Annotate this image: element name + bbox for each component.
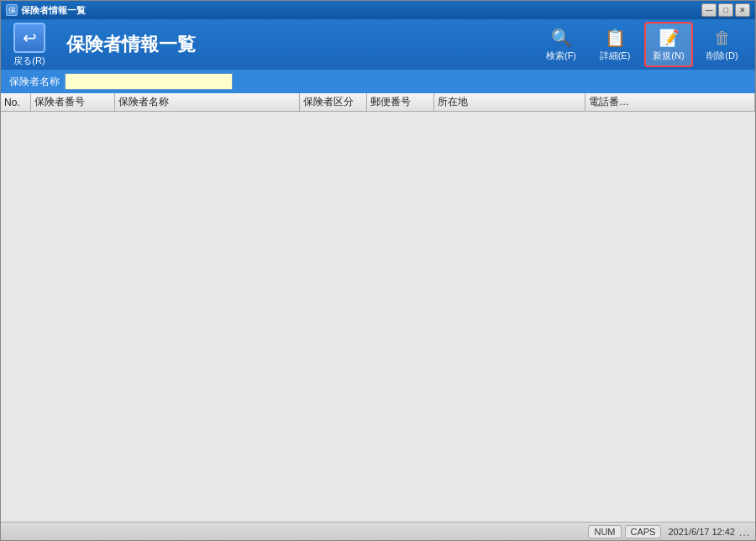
new-button-label: 新規(N) [653, 50, 684, 62]
col-header-type: 保険者区分 [300, 93, 367, 111]
title-bar-text: 保険者情報一覧 [21, 4, 86, 17]
col-header-no: No. [1, 93, 31, 111]
search-button[interactable]: 🔍 検索(F) [537, 24, 585, 66]
status-bar: NUM CAPS 2021/6/17 12:42 … [1, 522, 755, 540]
header-bar: 戻る(R) 保険者情報一覧 🔍 検索(F) 📋 詳細(E) 📝 [1, 19, 755, 70]
status-dots: … [738, 525, 750, 538]
col-header-post: 郵便番号 [367, 93, 434, 111]
title-bar: 保 保険者情報一覧 — □ ✕ [1, 1, 755, 19]
delete-button[interactable]: 🗑 削除(D) [698, 24, 747, 66]
search-button-label: 検索(F) [546, 50, 576, 62]
close-button[interactable]: ✕ [735, 3, 750, 17]
title-bar-left: 保 保険者情報一覧 [6, 4, 86, 17]
col-header-num: 保険者番号 [31, 93, 115, 111]
search-input[interactable] [65, 73, 233, 90]
search-field-label: 保険者名称 [9, 75, 60, 89]
back-button-label: 戻る(R) [13, 55, 45, 67]
back-arrow-icon [23, 28, 37, 48]
col-header-tel: 電話番… [585, 93, 755, 111]
num-indicator: NUM [588, 525, 621, 538]
detail-button-label: 詳細(E) [600, 50, 631, 62]
minimize-button[interactable]: — [701, 3, 717, 17]
search-icon: 🔍 [549, 27, 573, 49]
table-area: No. 保険者番号 保険者名称 保険者区分 郵便番号 所在地 電話番… [1, 93, 755, 522]
delete-button-label: 削除(D) [706, 50, 738, 62]
new-icon: 📝 [657, 27, 680, 49]
new-button[interactable]: 📝 新規(N) [644, 22, 693, 67]
window-icon: 保 [6, 4, 18, 16]
table-header: No. 保険者番号 保険者名称 保険者区分 郵便番号 所在地 電話番… [1, 93, 755, 112]
page-title: 保険者情報一覧 [66, 32, 528, 57]
caps-indicator: CAPS [625, 525, 662, 538]
toolbar: 🔍 検索(F) 📋 詳細(E) 📝 新規(N) 🗑 [537, 22, 747, 67]
detail-button[interactable]: 📋 詳細(E) [591, 24, 639, 66]
col-header-name: 保険者名称 [115, 93, 300, 111]
datetime-display: 2021/6/17 12:42 [668, 527, 735, 537]
title-bar-controls: — □ ✕ [701, 3, 750, 17]
main-window: 保 保険者情報一覧 — □ ✕ 戻る(R) 保険者情報一覧 🔍 検索(F) [0, 0, 756, 541]
back-icon [13, 23, 45, 53]
restore-button[interactable]: □ [718, 3, 733, 17]
table-body [1, 112, 755, 522]
delete-icon: 🗑 [711, 27, 734, 49]
back-button[interactable]: 戻る(R) [9, 23, 50, 67]
detail-icon: 📋 [603, 27, 627, 49]
search-bar: 保険者名称 [1, 70, 755, 93]
col-header-addr: 所在地 [434, 93, 585, 111]
